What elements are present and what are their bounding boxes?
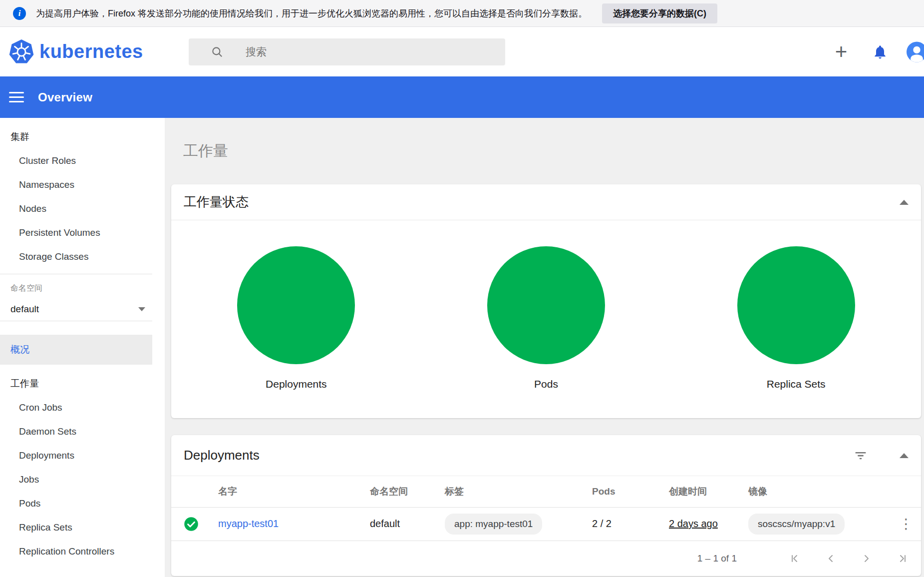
- notification-text: 为提高用户体验，Firefox 将发送部分功能的使用情况给我们，用于进一步优化火…: [36, 7, 587, 19]
- search-icon: [211, 45, 224, 58]
- row-menu-kebab-icon[interactable]: ⋮: [899, 517, 913, 531]
- deployment-created: 2 days ago: [669, 518, 718, 529]
- col-name: 名字: [218, 476, 370, 507]
- chart-label: Pods: [534, 378, 558, 390]
- browser-notification-bar: i 为提高用户体验，Firefox 将发送部分功能的使用情况给我们，用于进一步优…: [0, 0, 924, 27]
- sidebar-item-namespaces[interactable]: Namespaces: [0, 173, 152, 197]
- table-row[interactable]: myapp-test01 default app: myapp-test01 2…: [171, 507, 921, 541]
- notifications-bell-icon[interactable]: [871, 43, 889, 61]
- label-chip: app: myapp-test01: [445, 514, 542, 535]
- sidebar-header-cluster: 集群: [0, 125, 152, 149]
- pagination: 1 – 1 of 1: [171, 541, 921, 576]
- sidebar: 集群 Cluster Roles Namespaces Nodes Persis…: [0, 118, 165, 577]
- top-nav-bar: Overview: [0, 76, 924, 118]
- image-chip: soscscs/myapp:v1: [748, 514, 845, 535]
- person-icon: [907, 41, 924, 62]
- deployment-pods: 2 / 2: [592, 507, 669, 541]
- filter-icon[interactable]: [854, 449, 868, 463]
- namespace-label: 命名空间: [0, 274, 152, 298]
- col-created: 创建时间: [669, 476, 748, 507]
- deployment-namespace: default: [370, 507, 445, 541]
- chevron-down-icon: [138, 307, 145, 311]
- deployments-title: Deployments: [184, 448, 260, 463]
- sidebar-item-overview[interactable]: 概况: [0, 335, 152, 365]
- chart-label: Deployments: [266, 378, 327, 390]
- workload-status-card: 工作量状态 Deployments Pods Replica Sets: [171, 184, 921, 418]
- sidebar-item-replication-controllers[interactable]: Replication Controllers: [0, 540, 152, 564]
- sidebar-item-replica-sets[interactable]: Replica Sets: [0, 516, 152, 540]
- previous-page-button[interactable]: [825, 553, 837, 565]
- sidebar-header-workloads: 工作量: [0, 372, 152, 396]
- next-page-button[interactable]: [861, 553, 873, 565]
- search-input[interactable]: [246, 46, 499, 58]
- replica-sets-chart: Replica Sets: [671, 220, 921, 390]
- page-title: 工作量: [183, 141, 921, 161]
- workload-status-title: 工作量状态: [184, 193, 249, 211]
- collapse-card-icon[interactable]: [900, 200, 909, 205]
- sidebar-item-cron-jobs[interactable]: Cron Jobs: [0, 396, 152, 420]
- sidebar-item-pods[interactable]: Pods: [0, 492, 152, 516]
- info-icon: i: [13, 7, 26, 20]
- collapse-card-icon[interactable]: [900, 453, 909, 458]
- app-header: kubernetes +: [0, 27, 924, 76]
- create-resource-button[interactable]: +: [831, 41, 852, 62]
- choose-data-share-button[interactable]: 选择您要分享的数据(C): [602, 3, 717, 23]
- deployments-table: 名字 命名空间 标签 Pods 创建时间 镜像: [171, 476, 921, 541]
- deployments-chart: Deployments: [171, 220, 421, 390]
- user-avatar[interactable]: [907, 41, 924, 62]
- sidebar-item-daemon-sets[interactable]: Daemon Sets: [0, 420, 152, 444]
- sidebar-item-deployments[interactable]: Deployments: [0, 444, 152, 468]
- namespace-select[interactable]: default: [0, 298, 152, 321]
- col-status: [171, 476, 218, 507]
- check-circle-icon: [184, 517, 199, 532]
- pagination-range: 1 – 1 of 1: [697, 553, 737, 564]
- pods-donut: [487, 246, 605, 364]
- kubernetes-helm-icon: [8, 39, 34, 65]
- chart-label: Replica Sets: [767, 378, 826, 390]
- sidebar-item-nodes[interactable]: Nodes: [0, 197, 152, 221]
- pods-chart: Pods: [421, 220, 671, 390]
- col-namespace: 命名空间: [370, 476, 445, 507]
- sidebar-item-cluster-roles[interactable]: Cluster Roles: [0, 149, 152, 173]
- divider: [0, 321, 152, 321]
- menu-hamburger-icon[interactable]: [9, 92, 24, 102]
- brand-wordmark: kubernetes: [39, 41, 143, 62]
- deployments-card: Deployments: [171, 435, 921, 576]
- page-section-title: Overview: [38, 90, 92, 104]
- sidebar-item-persistent-volumes[interactable]: Persistent Volumes: [0, 221, 152, 245]
- col-pods: Pods: [592, 476, 669, 507]
- sidebar-item-jobs[interactable]: Jobs: [0, 468, 152, 492]
- col-images: 镜像: [748, 476, 891, 507]
- col-actions: [891, 476, 921, 507]
- sidebar-item-storage-classes[interactable]: Storage Classes: [0, 245, 152, 269]
- deployments-donut: [237, 246, 355, 364]
- bell-icon: [872, 44, 888, 60]
- search-bar[interactable]: [189, 38, 505, 65]
- main-content: 工作量 工作量状态 Deployments Pods Replica Sets: [165, 118, 924, 577]
- kubernetes-logo[interactable]: kubernetes: [0, 39, 143, 65]
- table-header-row: 名字 命名空间 标签 Pods 创建时间 镜像: [171, 476, 921, 507]
- deployment-name-link[interactable]: myapp-test01: [218, 518, 279, 529]
- namespace-value: default: [10, 304, 39, 315]
- last-page-button[interactable]: [897, 553, 909, 565]
- replica-sets-donut: [737, 246, 855, 364]
- col-labels: 标签: [445, 476, 592, 507]
- first-page-button[interactable]: [789, 553, 801, 565]
